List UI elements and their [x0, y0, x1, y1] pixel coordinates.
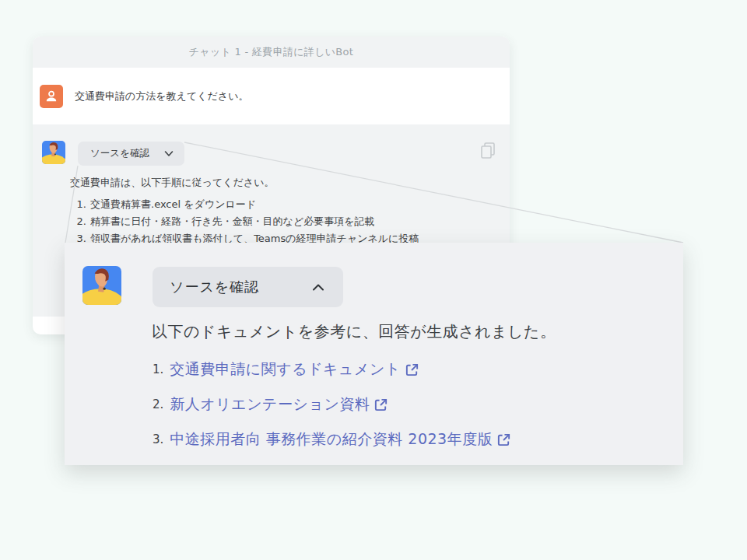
source-link-item: 1. 交通費申請に関するドキュメント: [153, 359, 511, 380]
external-link-icon: [496, 432, 511, 447]
bot-steps-list: 1. 交通費精算書.excel をダウンロード 2. 精算書に日付・経路・行き先…: [70, 196, 494, 247]
bot-message-body: 交通費申請は、以下手順に従ってください。 1. 交通費精算書.excel をダウ…: [70, 176, 494, 247]
link-number: 1.: [153, 362, 163, 376]
step-text: 精算書に日付・経路・行き先・金額・目的など必要事項を記載: [90, 213, 375, 230]
sources-toggle-label: ソースを確認: [90, 147, 149, 160]
source-link[interactable]: 中途採用者向 事務作業の紹介資料 2023年度版: [170, 429, 511, 450]
bot-step: 1. 交通費精算書.excel をダウンロード: [70, 196, 494, 213]
chevron-up-icon: [312, 283, 324, 292]
bot-avatar-large: [82, 266, 121, 305]
sources-toggle-button[interactable]: ソースを確認: [78, 142, 184, 166]
source-link-item: 2. 新人オリエンテーション資料: [153, 394, 511, 415]
external-link-icon: [405, 362, 419, 377]
sources-heading: 以下のドキュメントを参考に、回答が生成されました。: [152, 321, 556, 342]
source-link[interactable]: 新人オリエンテーション資料: [170, 394, 388, 415]
page: チャット 1 - 経費申請に詳しいBot 交通費申請の方法を教えてください。: [0, 0, 747, 560]
bot-step: 2. 精算書に日付・経路・行き先・金額・目的など必要事項を記載: [70, 213, 494, 230]
user-avatar: [40, 85, 63, 108]
source-link-label: 交通費申請に関するドキュメント: [170, 359, 401, 380]
chevron-down-icon: [164, 150, 174, 157]
user-message-text: 交通費申請の方法を教えてください。: [75, 89, 248, 103]
step-number: 1.: [75, 196, 86, 213]
source-link[interactable]: 交通費申請に関するドキュメント: [170, 359, 419, 380]
chat-title: チャット 1 - 経費申請に詳しいBot: [189, 45, 353, 59]
user-message-row: 交通費申請の方法を教えてください。: [33, 68, 510, 124]
bot-illustration: [42, 141, 65, 164]
bot-avatar: [42, 141, 65, 164]
step-text: 交通費精算書.excel をダウンロード: [90, 196, 256, 213]
sources-toggle-label: ソースを確認: [170, 278, 259, 296]
source-links-list: 1. 交通費申請に関するドキュメント 2. 新人オリエンテーション資料: [153, 359, 511, 464]
copy-icon: [479, 142, 496, 160]
chat-header: チャット 1 - 経費申請に詳しいBot: [33, 37, 510, 68]
source-link-label: 中途採用者向 事務作業の紹介資料 2023年度版: [170, 429, 493, 450]
source-link-item: 3. 中途採用者向 事務作業の紹介資料 2023年度版: [153, 429, 511, 450]
source-link-label: 新人オリエンテーション資料: [170, 394, 370, 415]
external-link-icon: [374, 397, 388, 412]
bot-intro-text: 交通費申請は、以下手順に従ってください。: [70, 176, 494, 190]
bot-illustration: [82, 266, 121, 305]
link-number: 2.: [153, 397, 163, 411]
link-number: 3.: [153, 432, 163, 446]
copy-button[interactable]: [479, 142, 496, 160]
sources-toggle-button-expanded[interactable]: ソースを確認: [153, 267, 343, 307]
step-number: 2.: [75, 213, 86, 230]
sources-overlay-panel: ソースを確認 以下のドキュメントを参考に、回答が生成されました。 1. 交通費申…: [65, 243, 683, 465]
person-icon: [44, 89, 59, 104]
